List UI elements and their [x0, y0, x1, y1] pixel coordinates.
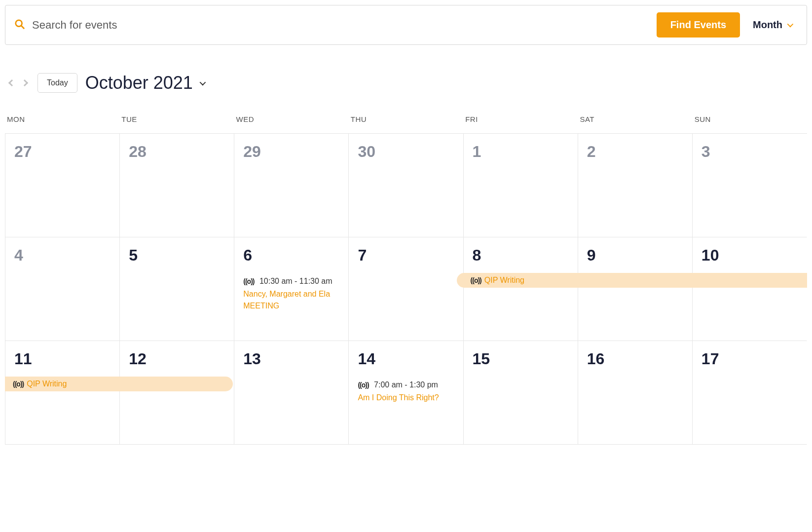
calendar-cell[interactable]: 1	[464, 134, 578, 237]
date-number: 9	[587, 246, 683, 265]
calendar-cell[interactable]: 29	[234, 134, 349, 237]
date-number: 4	[14, 246, 111, 265]
calendar-cell[interactable]: 8 ((o)) QIP Writing	[464, 237, 578, 341]
event-item[interactable]: ((o)) 7:00 am - 1:30 pm Am I Doing This …	[358, 379, 454, 404]
chevron-left-icon	[8, 79, 15, 86]
chevron-down-icon	[199, 79, 206, 85]
calendar-cell[interactable]: 13	[234, 341, 349, 445]
prev-month-button[interactable]	[7, 78, 17, 88]
chevron-right-icon	[21, 79, 28, 86]
date-number: 13	[243, 350, 339, 368]
nav-arrows	[7, 78, 30, 88]
calendar-cell[interactable]: 2	[578, 134, 693, 237]
calendar-cell[interactable]: 27	[5, 134, 120, 237]
search-input[interactable]	[32, 19, 650, 32]
date-number: 17	[701, 350, 798, 368]
date-number: 10	[701, 246, 798, 265]
calendar-cell[interactable]: 28	[120, 134, 234, 237]
date-number: 8	[473, 246, 569, 265]
search-bar: Find Events Month	[5, 5, 807, 45]
day-header: SUN	[693, 115, 807, 128]
calendar-cell[interactable]: 3	[693, 134, 807, 237]
calendar-cell[interactable]: 30	[349, 134, 463, 237]
month-picker[interactable]: October 2021	[85, 73, 204, 93]
day-header: FRI	[463, 115, 578, 128]
calendar-cell[interactable]: 12	[120, 341, 234, 445]
date-number: 5	[129, 246, 225, 265]
date-number: 14	[358, 350, 454, 368]
event-title[interactable]: Am I Doing This Right?	[358, 392, 454, 404]
broadcast-icon: ((o))	[358, 381, 369, 389]
today-button[interactable]: Today	[37, 73, 77, 93]
calendar-cell[interactable]: 9	[578, 237, 693, 341]
date-number: 3	[701, 143, 798, 161]
chevron-down-icon	[787, 21, 794, 28]
svg-line-1	[21, 25, 24, 28]
date-number: 1	[473, 143, 569, 161]
calendar-cell[interactable]: 15	[464, 341, 578, 445]
calendar-cell[interactable]: 16	[578, 341, 693, 445]
event-time: 10:30 am - 11:30 am	[259, 277, 332, 285]
calendar-cell[interactable]: 10	[693, 237, 807, 341]
date-number: 2	[587, 143, 683, 161]
calendar-cell[interactable]: 11 ((o)) QIP Writing	[5, 341, 120, 445]
multi-day-event[interactable]: ((o)) QIP Writing	[5, 377, 120, 391]
date-number: 29	[243, 143, 339, 161]
day-header: SAT	[578, 115, 692, 128]
broadcast-icon: ((o))	[13, 380, 24, 388]
calendar-cell[interactable]: 14 ((o)) 7:00 am - 1:30 pm Am I Doing Th…	[349, 341, 463, 445]
event-title[interactable]: Nancy, Margaret and Ela MEETING	[243, 288, 339, 312]
date-number: 11	[14, 350, 111, 368]
date-number: 30	[358, 143, 454, 161]
multi-day-event[interactable]	[578, 273, 693, 288]
date-number: 12	[129, 350, 225, 368]
event-item[interactable]: ((o)) 10:30 am - 11:30 am Nancy, Margare…	[243, 275, 339, 312]
day-header: MON	[5, 115, 119, 128]
month-title: October 2021	[85, 73, 193, 93]
event-time: 7:00 am - 1:30 pm	[374, 380, 438, 389]
day-header: TUE	[119, 115, 234, 128]
date-number: 6	[243, 246, 339, 265]
date-number: 16	[587, 350, 683, 368]
event-title: QIP Writing	[27, 380, 67, 388]
day-headers: MON TUE WED THU FRI SAT SUN	[5, 115, 807, 128]
calendar-grid: 27 28 29 30 1 2 3 4 5 6 ((o)) 10:30 am -…	[5, 133, 807, 445]
calendar-nav: Today October 2021	[5, 73, 807, 93]
broadcast-icon: ((o))	[471, 276, 481, 284]
calendar-cell[interactable]: 5	[120, 237, 234, 341]
broadcast-icon: ((o))	[243, 277, 254, 285]
date-number: 7	[358, 246, 454, 265]
view-selector[interactable]: Month	[747, 19, 798, 31]
date-number: 15	[473, 350, 569, 368]
next-month-button[interactable]	[20, 78, 30, 88]
calendar-cell[interactable]: 6 ((o)) 10:30 am - 11:30 am Nancy, Marga…	[234, 237, 349, 341]
day-header: THU	[349, 115, 463, 128]
date-number: 27	[14, 143, 111, 161]
event-title: QIP Writing	[484, 276, 524, 285]
date-number: 28	[129, 143, 225, 161]
view-selector-label: Month	[753, 19, 782, 31]
search-icon	[14, 19, 25, 32]
find-events-button[interactable]: Find Events	[657, 12, 740, 38]
multi-day-event[interactable]	[119, 377, 233, 391]
calendar-cell[interactable]: 7	[349, 237, 463, 341]
calendar-cell[interactable]: 17	[693, 341, 807, 445]
day-header: WED	[234, 115, 349, 128]
multi-day-event[interactable]: ((o)) QIP Writing	[457, 273, 578, 288]
calendar-cell[interactable]: 4	[5, 237, 120, 341]
svg-point-0	[16, 20, 22, 26]
multi-day-event[interactable]	[692, 273, 807, 288]
